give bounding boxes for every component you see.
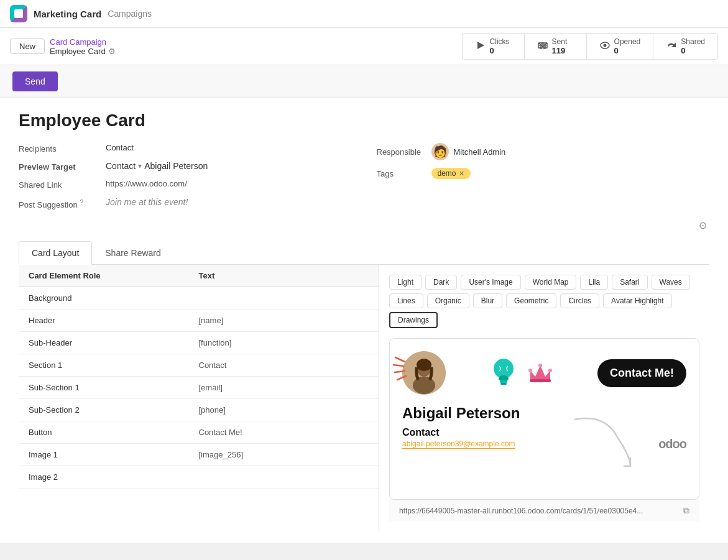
tab-share-reward[interactable]: Share Reward (92, 241, 174, 265)
style-btn-world-map[interactable]: World Map (525, 275, 577, 290)
shared-icon (666, 40, 677, 53)
tags-row: Tags demo ✕ (377, 168, 710, 179)
svg-rect-13 (500, 383, 507, 385)
stats-bar: Clicks 0 Sent 119 Opened 0 Shared 0 (462, 33, 718, 60)
style-btn-waves[interactable]: Waves (652, 275, 690, 290)
stat-label-sent: Sent (552, 37, 568, 46)
stat-value-shared: 0 (681, 46, 705, 55)
style-btn-lila[interactable]: Lila (580, 275, 608, 290)
style-btn-blur[interactable]: Blur (473, 293, 502, 308)
responsible-name: Mitchell Admin (454, 147, 506, 157)
table-row: Sub-Section 1 [email] (19, 377, 379, 399)
recipients-value: Contact (106, 143, 134, 152)
svg-rect-17 (530, 379, 551, 382)
stat-value-sent: 119 (552, 46, 568, 55)
copy-icon[interactable]: ⧉ (683, 505, 689, 516)
svg-point-15 (528, 369, 532, 372)
breadcrumb-parent[interactable]: Card Campaign (50, 37, 116, 47)
svg-point-14 (538, 364, 542, 367)
shared-link-value[interactable]: https://www.odoo.com/ (106, 179, 187, 188)
post-suggestion-row: Post Suggestion ? Join me at this event! (19, 197, 339, 209)
post-suggestion-help[interactable]: ? (80, 198, 83, 206)
form-right: Responsible 🧑 Mitchell Admin Tags demo ✕ (364, 143, 710, 217)
lightbulb-icon (488, 356, 519, 390)
col-text-header: Text (199, 271, 369, 280)
svg-point-4 (413, 377, 435, 394)
style-btn-lines[interactable]: Lines (389, 293, 423, 308)
decorative-curve (568, 413, 649, 475)
responsible-label: Responsible (377, 147, 426, 157)
breadcrumb-trail: Card Campaign Employee Card ⚙ (50, 37, 116, 56)
svg-point-16 (548, 369, 552, 372)
stat-opened: Opened 0 (586, 33, 653, 60)
card-icons (456, 356, 587, 390)
table-rows: Background Header [name]Sub-Header [func… (19, 287, 379, 489)
app-header: Marketing Card Campaigns (0, 0, 728, 28)
style-btn-organic[interactable]: Organic (427, 293, 469, 308)
style-btn-drawings[interactable]: Drawings (389, 312, 438, 328)
cell-role: Button (29, 428, 199, 437)
shared-link-row: Shared Link https://www.odoo.com/ (19, 179, 339, 190)
cell-role: Sub-Header (29, 338, 199, 347)
svg-rect-12 (500, 380, 507, 383)
responsible-row: Responsible 🧑 Mitchell Admin (377, 143, 710, 160)
clicks-icon (475, 40, 486, 53)
table-row: Image 1 [image_256] (19, 444, 379, 466)
table-row: Background (19, 287, 379, 310)
card-preview: Contact Me! Abigail Peterson Contact abi… (389, 338, 699, 500)
preview-target-row: Preview Target Contact ▾ Abigail Peterso… (19, 161, 339, 172)
card-email: abigail.peterson39@example.com (402, 439, 515, 449)
stat-shared: Shared 0 (653, 33, 718, 60)
style-btn-light[interactable]: Light (389, 275, 422, 290)
svg-line-6 (395, 357, 405, 362)
tab-content: Card Element Role Text Background Header… (19, 265, 709, 531)
style-btn-geometric[interactable]: Geometric (506, 293, 556, 308)
svg-line-7 (394, 365, 403, 366)
preview-name[interactable]: Abigail Peterson (144, 161, 208, 171)
breadcrumb-current-label: Employee Card (50, 47, 106, 56)
svg-line-9 (397, 376, 406, 380)
table-row: Section 1 Contact (19, 354, 379, 377)
tab-card-layout[interactable]: Card Layout (19, 241, 92, 265)
send-button[interactable]: Send (12, 71, 58, 91)
post-suggestion-label: Post Suggestion ? (19, 197, 106, 209)
cell-role: Sub-Section 1 (29, 383, 199, 392)
cell-text: Contact (199, 360, 369, 370)
tags-label: Tags (377, 169, 426, 178)
style-btn-safari[interactable]: Safari (612, 275, 647, 290)
preview-contact[interactable]: Contact (106, 161, 136, 171)
svg-point-1 (603, 44, 606, 47)
svg-point-5 (417, 359, 431, 371)
settings-icon[interactable]: ⊙ (699, 220, 707, 231)
tag-badge: demo ✕ (431, 168, 471, 179)
form-left: Recipients Contact Preview Target Contac… (19, 143, 364, 217)
app-breadcrumb[interactable]: Campaigns (108, 9, 152, 19)
tag-remove-icon[interactable]: ✕ (459, 170, 464, 178)
gear-icon[interactable]: ⚙ (108, 47, 116, 56)
style-btn-avatar-highlight[interactable]: Avatar Highlight (603, 293, 672, 308)
cell-text: [image_256] (199, 450, 369, 459)
style-btn-users-image[interactable]: User's Image (461, 275, 520, 290)
style-btn-dark[interactable]: Dark (425, 275, 457, 290)
card-preview-inner: Contact Me! Abigail Peterson Contact abi… (390, 339, 699, 461)
tag-value: demo (438, 169, 456, 178)
crown-icon (525, 358, 555, 388)
cell-role: Header (29, 316, 199, 325)
url-text: https://66449005-master-all.runbot106.od… (399, 507, 678, 515)
card-logo: odoo (658, 437, 686, 451)
cell-text: [name] (199, 316, 369, 325)
preview-dropdown-icon[interactable]: ▾ (138, 162, 142, 170)
new-button[interactable]: New (10, 39, 45, 54)
app-logo (10, 5, 27, 22)
stat-value-clicks: 0 (490, 46, 510, 55)
table-header: Card Element Role Text (19, 265, 379, 287)
post-suggestion-placeholder[interactable]: Join me at this event! (106, 197, 188, 207)
style-btn-circles[interactable]: Circles (560, 293, 599, 308)
table-row: Sub-Section 2 [phone] (19, 399, 379, 421)
cell-role: Image 2 (29, 472, 199, 482)
cell-text: Contact Me! (199, 428, 369, 437)
send-bar: Send (0, 65, 728, 98)
preview-target-label: Preview Target (19, 161, 106, 172)
url-bar: https://66449005-master-all.runbot106.od… (389, 500, 699, 521)
preview-section: LightDarkUser's ImageWorld MapLilaSafari… (379, 265, 709, 531)
